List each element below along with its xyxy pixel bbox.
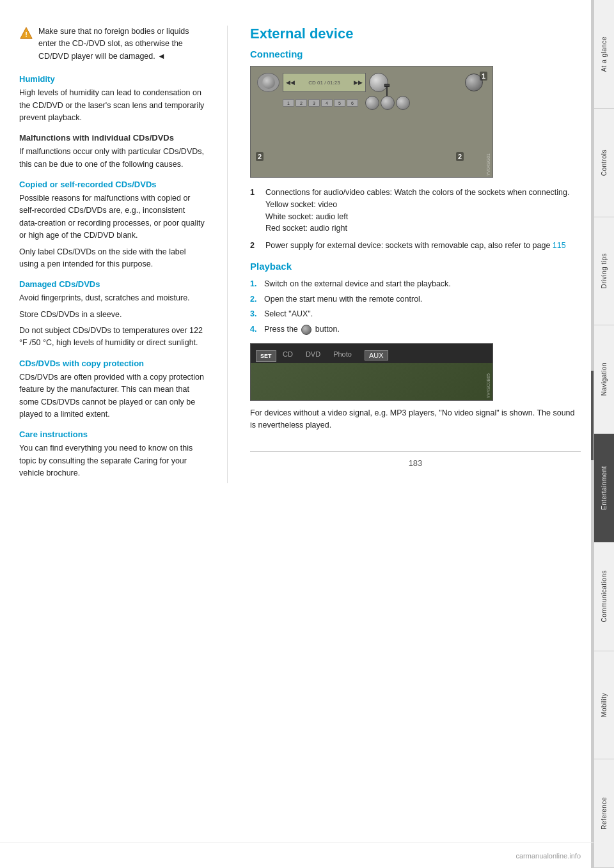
care-instructions-section: Care instructions You can find everythin… bbox=[19, 430, 205, 479]
ok-button-icon bbox=[301, 325, 311, 335]
playback-list: 1. Switch on the external device and sta… bbox=[250, 278, 581, 336]
page-number: 183 bbox=[250, 451, 581, 468]
malfunctions-heading: Malfunctions with individual CDs/DVDs bbox=[19, 133, 205, 143]
note-text: For devices without a video signal, e.g.… bbox=[250, 407, 581, 432]
left-column: ! Make sure that no foreign bodies or li… bbox=[19, 26, 205, 483]
sidebar-tab-at-a-glance[interactable]: At a glance bbox=[594, 0, 614, 109]
aux-tab-photo: Photo bbox=[333, 350, 352, 360]
column-divider bbox=[227, 26, 228, 483]
step3-text: Select "AUX". bbox=[264, 308, 313, 320]
copied-text1: Possible reasons for malfunctions with c… bbox=[19, 192, 205, 242]
copy-protection-text: CDs/DVDs are often provided with a copy … bbox=[19, 371, 205, 421]
aux-tab-cd: CD bbox=[283, 350, 293, 360]
playback-step4: 4. Press the button. bbox=[250, 323, 581, 336]
right-title: External device bbox=[250, 26, 581, 42]
care-instructions-heading: Care instructions bbox=[19, 430, 205, 439]
damaged-text1: Avoid fingerprints, dust, scratches and … bbox=[19, 292, 205, 304]
aux-tab-dvd: DVD bbox=[306, 350, 320, 360]
aux-tabs-row: CD DVD Photo AUX bbox=[283, 350, 388, 360]
step3-num: 3. bbox=[250, 308, 260, 320]
step4-text: Press the button. bbox=[264, 323, 340, 336]
radio-ui: ◀◀CD 01 / 01:23▶▶ 1 2 3 4 5 bbox=[251, 66, 492, 177]
copied-section: Copied or self-recorded CDs/DVDs Possibl… bbox=[19, 180, 205, 270]
connecting-heading: Connecting bbox=[250, 49, 581, 59]
item1-text: Connections for audio/video cables: Watc… bbox=[265, 188, 570, 233]
image-label-2-left: 2 bbox=[256, 152, 264, 161]
item2-number: 2 bbox=[250, 240, 260, 252]
main-content: ! Make sure that no foreign bodies or li… bbox=[0, 0, 594, 509]
damaged-text2: Store CDs/DVDs in a sleeve. bbox=[19, 309, 205, 321]
playback-heading: Playback bbox=[250, 261, 581, 272]
warning-box: ! Make sure that no foreign bodies or li… bbox=[19, 26, 205, 63]
sidebar-tab-communications[interactable]: Communications bbox=[594, 543, 614, 651]
sidebar-tab-driving-tips[interactable]: Driving tips bbox=[594, 217, 614, 326]
step2-num: 2. bbox=[250, 293, 260, 306]
aux-tab-aux: AUX bbox=[365, 350, 388, 360]
playback-step1: 1. Switch on the external device and sta… bbox=[250, 278, 581, 290]
sidebar-tab-entertainment[interactable]: Entertainment bbox=[594, 434, 614, 543]
connecting-item2: 2 Power supply for external device: sock… bbox=[250, 240, 581, 252]
image-label-2-right: 2 bbox=[456, 152, 464, 161]
damaged-heading: Damaged CDs/DVDs bbox=[19, 279, 205, 289]
sidebar-tab-reference[interactable]: Reference bbox=[594, 759, 614, 868]
copy-protection-heading: CDs/DVDs with copy protection bbox=[19, 359, 205, 368]
sidebar-tab-mobility[interactable]: Mobility bbox=[594, 651, 614, 760]
warning-text: Make sure that no foreign bodies or liqu… bbox=[38, 26, 205, 63]
copy-protection-section: CDs/DVDs with copy protection CDs/DVDs a… bbox=[19, 359, 205, 421]
aux-set-button: SET bbox=[256, 350, 276, 362]
aux-screen: SET CD DVD Photo AUX YV4SC0B65 bbox=[250, 343, 493, 401]
device-image: ◀◀CD 01 / 01:23▶▶ 1 2 3 4 5 bbox=[250, 66, 493, 178]
connecting-item1: 1 Connections for audio/video cables: Wa… bbox=[250, 187, 581, 235]
svg-text:!: ! bbox=[25, 31, 28, 38]
sidebar-tab-controls[interactable]: Controls bbox=[594, 109, 614, 217]
malfunctions-text: If malfunctions occur only with particul… bbox=[19, 146, 205, 171]
aux-watermark: YV4SC0B65 bbox=[486, 373, 491, 398]
page-link[interactable]: 115 bbox=[553, 241, 566, 250]
sidebar-tab-navigation[interactable]: Navigation bbox=[594, 325, 614, 434]
malfunctions-section: Malfunctions with individual CDs/DVDs If… bbox=[19, 133, 205, 171]
humidity-section: Humidity High levels of humidity can lea… bbox=[19, 74, 205, 124]
image-label-1: 1 bbox=[480, 72, 487, 81]
damaged-text3: Do not subject CDs/DVDs to temperatures … bbox=[19, 325, 205, 350]
humidity-text: High levels of humidity can lead to cond… bbox=[19, 87, 205, 124]
item2-text: Power supply for external device: socket… bbox=[265, 241, 566, 250]
warning-icon: ! bbox=[19, 26, 33, 40]
playback-step3: 3. Select "AUX". bbox=[250, 308, 581, 320]
step4-num: 4. bbox=[250, 323, 260, 336]
aux-background-image bbox=[251, 363, 492, 400]
damaged-section: Damaged CDs/DVDs Avoid fingerprints, dus… bbox=[19, 279, 205, 350]
humidity-heading: Humidity bbox=[19, 74, 205, 84]
item1-content: Connections for audio/video cables: Watc… bbox=[265, 187, 570, 235]
step2-text: Open the start menu with the remote cont… bbox=[264, 293, 422, 306]
right-column: External device Connecting ◀◀CD 01 / 01:… bbox=[250, 26, 581, 483]
sidebar-tabs: At a glance Controls Driving tips Naviga… bbox=[594, 0, 614, 868]
item1-number: 1 bbox=[250, 187, 260, 235]
step1-text: Switch on the external device and start … bbox=[264, 278, 451, 290]
bottom-bar: carmanualonline.info bbox=[0, 842, 594, 868]
copied-heading: Copied or self-recorded CDs/DVDs bbox=[19, 180, 205, 189]
step1-num: 1. bbox=[250, 278, 260, 290]
copied-text2: Only label CDs/DVDs on the side with the… bbox=[19, 246, 205, 271]
care-instructions-text: You can find everything you need to know… bbox=[19, 442, 205, 479]
playback-step2: 2. Open the start menu with the remote c… bbox=[250, 293, 581, 306]
item2-content: Power supply for external device: socket… bbox=[265, 240, 566, 252]
watermark-text: carmanualonline.info bbox=[516, 852, 581, 860]
